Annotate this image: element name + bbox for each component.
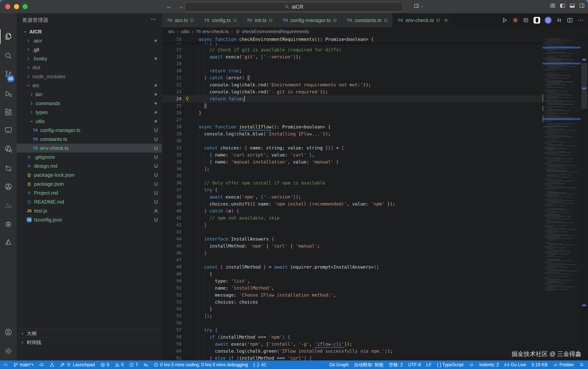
- status-item-bell[interactable]: [579, 362, 584, 367]
- code-line-52[interactable]: 52 message: 'Choose IFlow installation m…: [162, 292, 542, 298]
- folder-item-AICR[interactable]: AICR: [17, 27, 162, 36]
- code-line-46[interactable]: 46 }: [162, 249, 542, 256]
- more-actions-icon[interactable]: ⋯: [150, 16, 157, 22]
- folder-item-types[interactable]: types: [17, 108, 162, 117]
- status-item-0 hrs 5 mins coding, 0 hrs 0 mins debugging[interactable]: 0 hrs 5 mins coding, 0 hrs 0 mins debugg…: [154, 362, 248, 368]
- activity-search[interactable]: [0, 49, 17, 63]
- activity-account[interactable]: [0, 325, 17, 339]
- status-item-0[interactable]: 0: [100, 362, 109, 368]
- code-line-56[interactable]: 56: [162, 319, 542, 327]
- activity-robot[interactable]: [0, 217, 17, 231]
- file-item-package-lock.json[interactable]: {}package-lock.jsonU: [17, 171, 162, 179]
- status-item-5.19 KB[interactable]: 5.19 KB: [532, 362, 548, 368]
- close-window-button[interactable]: [5, 4, 10, 9]
- breadcrumb[interactable]: src›utils›TSenv-check.ts›checkEnvironmen…: [162, 27, 588, 36]
- activity-git-graph-circle[interactable]: [0, 179, 17, 194]
- code-line-53[interactable]: 53 choices: choices: [162, 298, 542, 306]
- code-line-47[interactable]: 47: [162, 256, 542, 264]
- code-line-61[interactable]: 61 } else if (installMethod === 'curl') …: [162, 355, 542, 360]
- tab-constants.ts[interactable]: TSconstants.tsU: [342, 13, 393, 27]
- forward-button[interactable]: →: [176, 3, 185, 10]
- folder-item-utils[interactable]: utils: [17, 117, 162, 126]
- compare-button[interactable]: [556, 17, 562, 23]
- file-item-README.md[interactable]: README.mdU: [17, 197, 162, 206]
- file-item-config-manager.ts[interactable]: TSconfig-manager.tsU: [17, 126, 162, 135]
- code-line-43[interactable]: 43: [162, 228, 542, 236]
- tab-init.ts[interactable]: TSinit.tsU: [242, 13, 278, 27]
- code-line-30[interactable]: 30: [162, 137, 542, 144]
- bw-toggle-button[interactable]: [534, 17, 540, 23]
- code-line-23[interactable]: 23 console.log(chalk.red('- git is requi…: [162, 88, 542, 95]
- code-line-24[interactable]: 24 return false;: [162, 95, 542, 102]
- status-item-空格: 2[interactable]: 空格: 2: [389, 362, 403, 368]
- activity-mountains[interactable]: [0, 198, 17, 213]
- code-line-29[interactable]: 29 console.log(chalk.blue('Installing IF…: [162, 130, 542, 137]
- code-line-28[interactable]: 28async function installIflow(): Promise…: [162, 123, 542, 130]
- activity-remote-explorer[interactable]: [0, 123, 17, 137]
- code-line-49[interactable]: 49 {: [162, 270, 542, 277]
- code-line-16[interactable]: 16 try {: [162, 43, 542, 46]
- code-line-40[interactable]: 40 } catch (e) {: [162, 207, 542, 215]
- toggle-panel-button[interactable]: [569, 3, 575, 9]
- status-item-Go Live[interactable]: Go Live: [504, 362, 526, 368]
- code-line-31[interactable]: 31 const choices: { name: string; value:…: [162, 144, 542, 151]
- folder-item-.husky[interactable]: .husky: [17, 54, 162, 63]
- code-line-48[interactable]: 48 const { installMethod } = await inqui…: [162, 264, 542, 270]
- breadcrumb-item[interactable]: checkEnvironmentRequirements: [235, 29, 309, 34]
- activity-compare-loop[interactable]: [0, 161, 17, 176]
- code-editor[interactable]: 15async function checkEnvironmentRequire…: [162, 36, 542, 360]
- minimize-window-button[interactable]: [14, 4, 19, 9]
- activity-pyramid[interactable]: [0, 235, 17, 249]
- status-item-{..}: 41[interactable]: {..}: 41: [253, 362, 266, 368]
- tab-env-check.ts[interactable]: TSenv-check.tsU: [393, 13, 453, 27]
- more-button[interactable]: [578, 17, 584, 23]
- file-item-Project.md[interactable]: Project.mdU: [17, 188, 162, 197]
- code-line-26[interactable]: 26}: [162, 109, 542, 116]
- lightbulb-icon[interactable]: [185, 96, 190, 102]
- toggle-secondary-sidebar-button[interactable]: [579, 3, 585, 9]
- status-item-{ } TypeScript[interactable]: { } TypeScript: [437, 362, 463, 368]
- status-item-knot[interactable]: [469, 362, 474, 367]
- status-item-Indents: 2[interactable]: Indents: 2: [479, 362, 499, 368]
- file-item-test.js[interactable]: JStest.jsA: [17, 206, 162, 215]
- history-button[interactable]: [523, 17, 529, 23]
- code-line-55[interactable]: 55 ]);: [162, 313, 542, 319]
- folder-item-.aicr[interactable]: .aicr: [17, 36, 162, 45]
- status-item-Launchpad[interactable]: Launchpad: [60, 362, 95, 368]
- starburst-button[interactable]: [512, 17, 518, 23]
- folder-item-src[interactable]: src: [17, 81, 162, 90]
- file-item-constants.ts[interactable]: TSconstants.tsU: [17, 135, 162, 144]
- status-item-自动附加: 智能[interactable]: 自动附加: 智能: [354, 362, 383, 368]
- editor-scrollbar[interactable]: [581, 36, 588, 360]
- breadcrumb-item[interactable]: TSenv-check.ts: [196, 29, 229, 34]
- breadcrumb-item[interactable]: utils: [181, 29, 190, 34]
- code-line-45[interactable]: 45 installMethod: 'npm' | 'curl' | 'manu…: [162, 243, 542, 249]
- activity-source-control[interactable]: 20: [0, 67, 17, 81]
- status-item-debug-alt[interactable]: [143, 362, 148, 367]
- minimap[interactable]: [542, 36, 581, 360]
- timeline-section[interactable]: 时间线: [17, 338, 162, 347]
- code-line-25[interactable]: 25 }: [162, 102, 542, 109]
- ai-circle-button[interactable]: [545, 17, 552, 24]
- back-button[interactable]: ←: [165, 3, 173, 10]
- code-line-22[interactable]: 22 console.log(chalk.red('Environment re…: [162, 81, 542, 88]
- status-item-LF[interactable]: LF: [426, 362, 431, 368]
- close-icon[interactable]: [444, 18, 448, 22]
- status-item-Git Graph[interactable]: Git Graph: [329, 362, 349, 368]
- command-center-search[interactable]: aiCR: [185, 2, 403, 12]
- code-line-37[interactable]: 37 try {: [162, 186, 542, 194]
- activity-extensions[interactable]: [0, 105, 17, 119]
- outline-section[interactable]: 大纲: [17, 329, 162, 338]
- code-line-38[interactable]: 38 await execa('npm', ['--version']);: [162, 194, 542, 200]
- status-item-Prettier[interactable]: Prettier: [553, 362, 574, 368]
- activity-explorer[interactable]: [0, 29, 17, 44]
- code-line-19[interactable]: 19: [162, 60, 542, 67]
- file-item-design.md[interactable]: design.mdU: [17, 162, 162, 171]
- code-line-50[interactable]: 50 type: 'list',: [162, 277, 542, 285]
- code-line-44[interactable]: 44 interface InstallAnswers {: [162, 236, 542, 243]
- breadcrumb-item[interactable]: src: [168, 29, 174, 34]
- toggle-primary-sidebar-button[interactable]: [560, 3, 565, 9]
- tab-config-manager.ts[interactable]: TSconfig-manager.tsU: [278, 13, 342, 27]
- code-line-41[interactable]: 41 // npm not available, skip: [162, 215, 542, 222]
- code-line-54[interactable]: 54 }: [162, 306, 542, 313]
